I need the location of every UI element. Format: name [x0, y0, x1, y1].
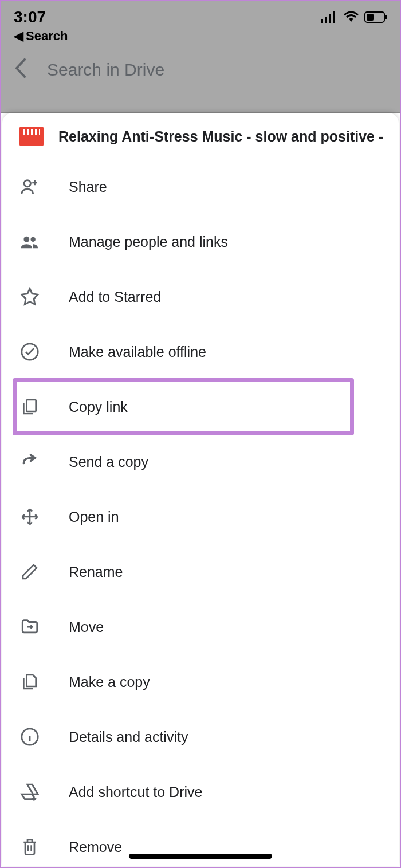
folder-move-icon	[19, 616, 40, 637]
share-item[interactable]: Share	[2, 159, 399, 214]
starred-label: Add to Starred	[69, 289, 161, 305]
manage-people-item[interactable]: Manage people and links	[2, 214, 399, 269]
arrow-forward-icon	[19, 451, 40, 472]
add-shortcut-label: Add shortcut to Drive	[69, 784, 202, 800]
svg-rect-5	[385, 15, 387, 19]
background-dim: 3:07 ◀ Search Sea	[1, 1, 400, 113]
manage-people-label: Manage people and links	[69, 234, 228, 250]
back-chevron-icon: ◀	[14, 29, 23, 44]
svg-rect-0	[321, 19, 323, 23]
svg-rect-3	[333, 11, 335, 23]
status-bar: 3:07	[1, 1, 400, 29]
pencil-icon	[19, 561, 40, 582]
trash-icon	[19, 836, 40, 857]
status-indicators	[321, 11, 387, 23]
svg-rect-2	[329, 14, 331, 23]
back-button[interactable]	[15, 58, 26, 81]
app-header: Search in Drive	[1, 44, 400, 95]
remove-label: Remove	[69, 839, 122, 855]
details-item[interactable]: Details and activity	[2, 709, 399, 764]
people-icon	[19, 231, 40, 252]
remove-item[interactable]: Remove	[2, 819, 399, 868]
send-copy-item[interactable]: Send a copy	[2, 434, 399, 489]
make-copy-label: Make a copy	[69, 674, 150, 690]
make-copy-item[interactable]: Make a copy	[2, 654, 399, 709]
share-label: Share	[69, 179, 107, 195]
svg-point-9	[30, 237, 36, 242]
file-header: Relaxing Anti-Stress Music - slow and po…	[2, 122, 399, 159]
info-icon	[19, 726, 40, 747]
send-copy-label: Send a copy	[69, 454, 148, 470]
wifi-icon	[344, 11, 359, 23]
drive-add-icon	[19, 781, 40, 802]
file-copy-icon	[19, 671, 40, 692]
search-placeholder[interactable]: Search in Drive	[47, 60, 164, 80]
battery-icon	[364, 11, 387, 23]
video-file-icon	[19, 127, 44, 146]
person-add-icon	[19, 176, 40, 197]
action-sheet: Relaxing Anti-Stress Music - slow and po…	[2, 113, 399, 866]
menu-list: Share Manage people and links Add to Sta…	[2, 159, 399, 868]
starred-item[interactable]: Add to Starred	[2, 269, 399, 324]
open-in-item[interactable]: Open in	[2, 489, 399, 544]
file-title: Relaxing Anti-Stress Music - slow and po…	[58, 128, 383, 145]
star-icon	[19, 286, 40, 307]
move-label: Move	[69, 619, 104, 635]
check-circle-icon	[19, 341, 40, 362]
svg-rect-1	[325, 17, 327, 23]
svg-rect-11	[27, 400, 36, 411]
open-in-label: Open in	[69, 509, 119, 525]
signal-icon	[321, 11, 338, 23]
copy-link-item[interactable]: Copy link	[2, 379, 399, 434]
breadcrumb-back[interactable]: ◀ Search	[1, 29, 400, 44]
home-indicator[interactable]	[129, 854, 272, 859]
copy-link-label: Copy link	[69, 399, 128, 415]
rename-item[interactable]: Rename	[2, 544, 399, 599]
offline-label: Make available offline	[69, 344, 206, 360]
add-shortcut-item[interactable]: Add shortcut to Drive	[2, 764, 399, 819]
breadcrumb-label: Search	[26, 29, 68, 44]
svg-point-8	[23, 237, 29, 242]
details-label: Details and activity	[69, 729, 188, 745]
status-time: 3:07	[14, 8, 46, 26]
move-arrows-icon	[19, 506, 40, 527]
svg-rect-6	[367, 14, 374, 21]
svg-point-7	[24, 180, 30, 187]
copy-icon	[19, 396, 40, 417]
offline-item[interactable]: Make available offline	[2, 324, 399, 379]
move-item[interactable]: Move	[2, 599, 399, 654]
rename-label: Rename	[69, 564, 123, 580]
